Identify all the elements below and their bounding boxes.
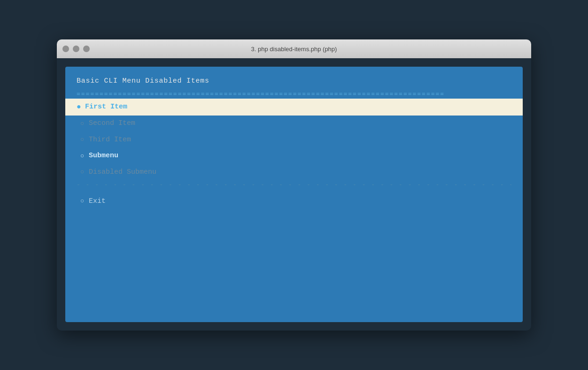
maximize-button[interactable] [83, 46, 90, 52]
menu-item-third[interactable]: ○ Third Item [77, 132, 511, 148]
first-item-label: First Item [85, 102, 127, 113]
bullet-empty-icon: ○ [80, 167, 89, 177]
bullet-empty-icon: ○ [80, 151, 89, 161]
menu-items-list: ● First Item ○ Second Item ○ Third Item … [77, 99, 511, 180]
menu-item-second[interactable]: ○ Second Item [77, 116, 511, 132]
disabled-submenu-label: Disabled Submenu [89, 167, 156, 178]
minimize-button[interactable] [73, 46, 79, 52]
bullet-filled-icon: ● [77, 101, 85, 113]
dash-separator: - - - - - - - - - - - - - - - - - - - - … [77, 180, 511, 190]
terminal-area: Basic CLI Menu Disabled Items ==========… [65, 67, 523, 322]
third-item-label: Third Item [89, 135, 131, 146]
equals-separator: ========================================… [77, 90, 511, 99]
titlebar: 3. php disabled-items.php (php) [57, 39, 531, 58]
bullet-empty-icon: ○ [80, 196, 89, 206]
close-button[interactable] [62, 46, 69, 52]
submenu-label: Submenu [89, 151, 118, 162]
traffic-lights [62, 46, 90, 52]
menu-item-exit[interactable]: ○ Exit [77, 193, 511, 210]
window: 3. php disabled-items.php (php) Basic CL… [57, 39, 531, 331]
bullet-empty-icon: ○ [80, 135, 89, 145]
menu-item-submenu[interactable]: ○ Submenu [77, 148, 511, 164]
section-gap [77, 190, 511, 193]
menu-item-disabled-submenu[interactable]: ○ Disabled Submenu [77, 164, 511, 181]
exit-label: Exit [89, 196, 106, 207]
window-title: 3. php disabled-items.php (php) [251, 46, 337, 53]
footer-menu-items: ○ Exit [77, 193, 511, 210]
bullet-empty-icon: ○ [80, 119, 89, 129]
menu-item-first[interactable]: ● First Item [65, 99, 523, 116]
second-item-label: Second Item [89, 118, 135, 129]
menu-title: Basic CLI Menu Disabled Items [77, 76, 511, 87]
